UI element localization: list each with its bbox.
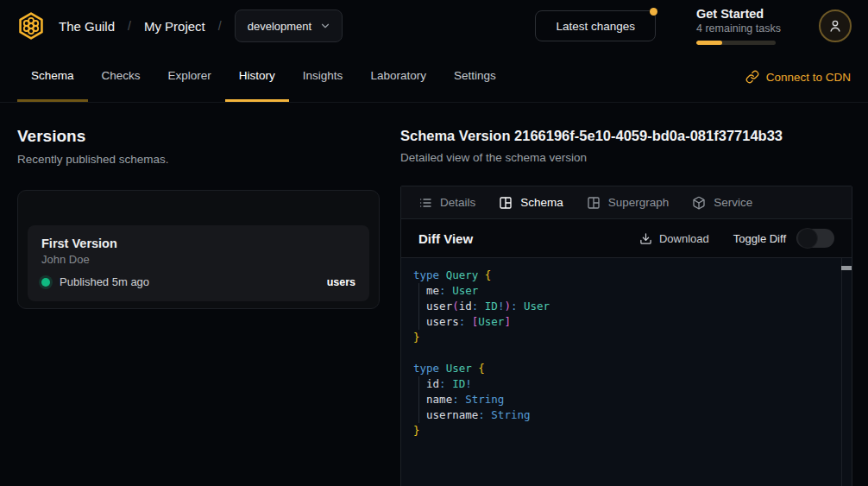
nav-tabs: Schema Checks Explorer History Insights … — [17, 52, 510, 102]
toggle-diff-label: Toggle Diff — [733, 232, 786, 245]
download-label: Download — [659, 232, 709, 245]
version-name: First Version — [41, 237, 355, 250]
get-started-progress-bar — [696, 41, 776, 45]
version-detail-panel: Schema Version 2166196f-5e10-4059-bd0a-0… — [400, 103, 852, 486]
versions-subtitle: Recently published schemas. — [17, 152, 380, 167]
tab-schema[interactable]: Schema — [17, 52, 88, 102]
versions-list-card: First Version John Doe Published 5m ago … — [17, 190, 380, 309]
version-detail-title: Schema Version 2166196f-5e10-4059-bd0a-0… — [400, 126, 852, 145]
guild-logo-icon[interactable] — [16, 11, 46, 41]
breadcrumb-separator: / — [128, 19, 131, 33]
latest-changes-label: Latest changes — [556, 20, 635, 33]
latest-changes-button[interactable]: Latest changes — [535, 10, 656, 41]
detail-tab-schema[interactable]: Schema — [499, 196, 563, 210]
version-author: John Doe — [41, 253, 355, 266]
connect-to-cdn-label: Connect to CDN — [766, 71, 851, 84]
tab-insights[interactable]: Insights — [289, 52, 357, 102]
version-detail-card: Details Schema Supergraph — [400, 186, 852, 486]
notification-dot — [650, 8, 657, 16]
get-started-title: Get Started — [696, 7, 776, 21]
code-line: name: String — [413, 392, 831, 407]
breadcrumb-separator: / — [218, 19, 222, 33]
schema-code-viewer: type Query { me: User user(id: ID!): Use… — [401, 258, 852, 486]
diff-view-title: Diff View — [418, 231, 473, 246]
toggle-knob — [797, 228, 818, 249]
user-avatar[interactable] — [819, 9, 852, 42]
version-list-item[interactable]: First Version John Doe Published 5m ago … — [28, 225, 369, 301]
connect-to-cdn-link[interactable]: Connect to CDN — [745, 52, 851, 102]
code-line: } — [413, 423, 831, 439]
primary-nav: Schema Checks Explorer History Insights … — [0, 52, 868, 103]
detail-tabs: Details Schema Supergraph — [401, 186, 852, 219]
version-detail-subtitle: Detailed view of the schema version — [400, 150, 852, 166]
code-scrollbar-thumb[interactable] — [841, 266, 852, 270]
published-status-dot — [41, 278, 50, 287]
tab-settings[interactable]: Settings — [440, 52, 510, 102]
code-line: username: String — [413, 407, 831, 423]
detail-tab-label: Schema — [520, 196, 563, 209]
tab-laboratory[interactable]: Laboratory — [356, 52, 440, 102]
breadcrumb: The Guild / My Project / — [59, 19, 222, 34]
code-line: users: [User] — [413, 314, 831, 330]
target-selector-value: development — [248, 20, 311, 33]
get-started-progress-fill — [696, 41, 722, 45]
detail-tab-label: Supergraph — [608, 196, 670, 209]
code-line: type Query { — [413, 268, 831, 283]
app-header: The Guild / My Project / development Lat… — [0, 0, 868, 52]
code-line: id: ID! — [413, 376, 831, 392]
target-selector-dropdown[interactable]: development — [235, 9, 343, 42]
link-icon — [745, 70, 759, 84]
cube-icon — [692, 196, 706, 210]
person-icon — [827, 18, 843, 34]
detail-tab-label: Details — [440, 196, 475, 209]
toggle-diff-switch[interactable] — [796, 229, 834, 248]
detail-tab-service[interactable]: Service — [692, 196, 752, 210]
tab-checks[interactable]: Checks — [88, 52, 154, 102]
chevron-down-icon — [319, 20, 331, 32]
version-status-text: Published 5m ago — [60, 275, 149, 288]
columns-icon — [587, 196, 601, 210]
code-block: type Query { me: User user(id: ID!): Use… — [413, 268, 831, 439]
code-line: user(id: ID!): User — [413, 299, 831, 314]
code-line: type User { — [413, 361, 831, 376]
detail-tab-details[interactable]: Details — [418, 196, 475, 210]
list-icon — [418, 196, 432, 210]
detail-tab-supergraph[interactable]: Supergraph — [587, 196, 670, 210]
tab-history[interactable]: History — [225, 52, 289, 102]
versions-panel: Versions Recently published schemas. Fir… — [17, 103, 380, 309]
code-line: } — [413, 330, 831, 345]
versions-title: Versions — [17, 126, 380, 147]
get-started-widget[interactable]: Get Started 4 remaining tasks — [696, 7, 776, 45]
get-started-subtitle: 4 remaining tasks — [696, 22, 776, 35]
version-status-row: Published 5m ago users — [41, 275, 355, 288]
version-service-badge: users — [327, 276, 355, 288]
columns-icon — [499, 196, 513, 210]
diff-view-header: Diff View Download Toggle Diff — [401, 219, 852, 258]
download-icon — [639, 232, 652, 245]
tab-explorer[interactable]: Explorer — [154, 52, 225, 102]
breadcrumb-org[interactable]: The Guild — [59, 19, 115, 34]
detail-tab-label: Service — [714, 196, 752, 209]
toggle-diff-control: Toggle Diff — [733, 229, 834, 248]
code-line — [413, 345, 831, 361]
code-line: me: User — [413, 283, 831, 299]
code-scrollbar-track[interactable] — [841, 258, 852, 486]
download-button[interactable]: Download — [639, 232, 709, 245]
breadcrumb-project[interactable]: My Project — [144, 19, 205, 34]
